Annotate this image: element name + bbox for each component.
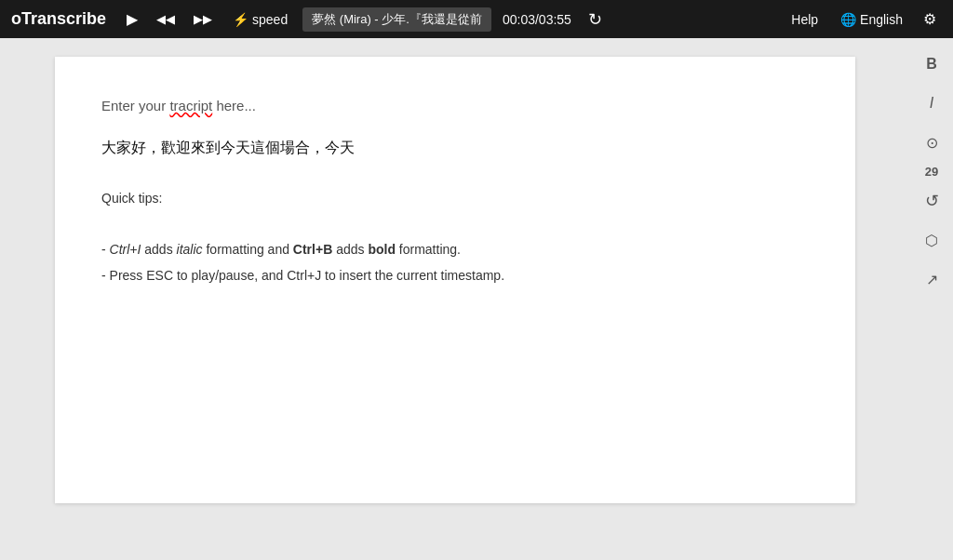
undo-icon: ↺ xyxy=(925,191,939,211)
bold-icon: B xyxy=(926,56,937,73)
export-icon: ↗ xyxy=(926,271,938,288)
gear-icon: ⚙ xyxy=(923,11,936,27)
word-count: 29 xyxy=(925,165,938,179)
play-button[interactable]: ▶ xyxy=(121,7,143,32)
help-button[interactable]: Help xyxy=(784,8,825,31)
tip1-ctrl-i: Ctrl+I xyxy=(110,242,141,257)
right-sidebar: B I ⊙ 29 ↺ ⬡ ↗ xyxy=(910,38,953,560)
editor-placeholder: Enter your tracript here... xyxy=(101,94,809,118)
track-name: 夢然 (Mira) - 少年.『我還是從前 xyxy=(302,7,491,32)
play-icon: ▶ xyxy=(127,10,138,28)
topbar: oTranscribe ▶ ◀◀ ▶▶ ⚡ speed 夢然 (Mira) - … xyxy=(0,0,953,38)
speed-label: speed xyxy=(252,12,288,27)
tip1-ctrlb: Ctrl+B xyxy=(293,242,332,257)
login-icon: ⬡ xyxy=(925,232,938,249)
speed-icon: ⚡ xyxy=(233,12,248,27)
editor-document[interactable]: Enter your tracript here... 大家好，歡迎來到今天這個… xyxy=(55,57,855,503)
misspelled-word: tracript xyxy=(169,98,212,113)
tips-section: Quick tips: - Ctrl+I adds italic formatt… xyxy=(101,188,809,287)
undo-button[interactable]: ↺ xyxy=(915,184,948,218)
export-button[interactable]: ↗ xyxy=(915,262,948,296)
rewind-icon: ◀◀ xyxy=(156,12,175,26)
tip1-bold-word: bold xyxy=(368,242,396,257)
timestamp-display: 00:03/03:55 xyxy=(503,12,571,27)
editor-content[interactable]: 大家好，歡迎來到今天這個場合，今天 xyxy=(101,135,809,160)
language-button[interactable]: 🌐 English xyxy=(833,8,910,31)
login-button[interactable]: ⬡ xyxy=(915,223,948,257)
globe-icon: 🌐 xyxy=(840,12,856,27)
refresh-button[interactable]: ↻ xyxy=(583,6,608,33)
transcribed-text: 大家好，歡迎來到今天這個場合，今天 xyxy=(101,140,355,155)
editor-wrapper: Enter your tracript here... 大家好，歡迎來到今天這個… xyxy=(0,38,910,560)
italic-button[interactable]: I xyxy=(915,87,948,120)
tip2: - Press ESC to play/pause, and Ctrl+J to… xyxy=(101,265,809,287)
tips-title: Quick tips: xyxy=(101,188,809,210)
speed-button[interactable]: ⚡ speed xyxy=(225,8,295,31)
fast-forward-icon: ▶▶ xyxy=(194,12,212,26)
tip1: - Ctrl+I adds italic formatting and Ctrl… xyxy=(101,239,809,261)
main-area: Enter your tracript here... 大家好，歡迎來到今天這個… xyxy=(0,38,953,560)
language-label: English xyxy=(860,12,903,27)
settings-button[interactable]: ⚙ xyxy=(918,7,942,32)
bold-button[interactable]: B xyxy=(915,47,948,81)
italic-icon: I xyxy=(930,95,933,112)
app-brand: oTranscribe xyxy=(11,9,106,29)
refresh-icon: ↻ xyxy=(588,9,602,30)
timestamp-insert-button[interactable]: ⊙ xyxy=(915,126,948,159)
clock-icon: ⊙ xyxy=(926,134,938,152)
rewind-button[interactable]: ◀◀ xyxy=(151,8,181,30)
tip1-italic-word: italic xyxy=(177,242,203,257)
fast-forward-button[interactable]: ▶▶ xyxy=(188,8,218,30)
